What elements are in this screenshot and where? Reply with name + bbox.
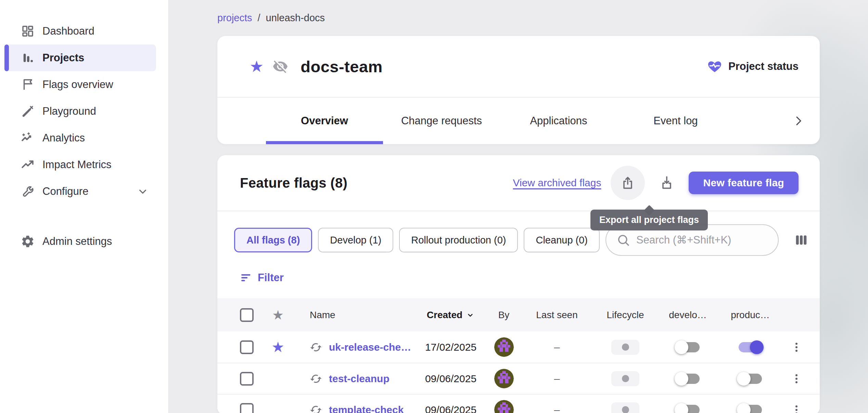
develop-toggle[interactable] <box>675 340 701 355</box>
column-header-created[interactable]: Created <box>427 310 475 321</box>
wrench-icon <box>21 184 35 199</box>
flag-name-link[interactable]: test-cleanup <box>329 373 390 385</box>
tabs-scroll-right-icon[interactable] <box>792 114 805 127</box>
sidebar-item-projects[interactable]: Projects <box>4 45 156 71</box>
chip-all-flags[interactable]: All flags (8) <box>234 228 312 252</box>
column-header-develop[interactable]: develo… <box>669 310 707 321</box>
sidebar-item-analytics[interactable]: Analytics <box>0 125 168 151</box>
tab-change-requests[interactable]: Change requests <box>383 115 500 127</box>
import-icon <box>659 175 674 190</box>
lifecycle-sync-icon <box>310 341 322 353</box>
row-menu-kebab-icon[interactable] <box>790 404 814 413</box>
column-header-lifecycle[interactable]: Lifecycle <box>607 310 644 321</box>
production-toggle[interactable] <box>737 402 764 413</box>
sort-by-favorite-icon[interactable]: ★ <box>272 309 284 322</box>
column-header-last-seen[interactable]: Last seen <box>536 310 577 321</box>
visibility-off-icon[interactable] <box>272 59 288 74</box>
lifecycle-sync-icon <box>310 373 322 385</box>
sidebar-item-label: Configure <box>42 185 88 198</box>
project-status-label: Project status <box>728 60 799 73</box>
pixel-robot-avatar <box>494 337 514 357</box>
sidebar-nav: Dashboard Projects Flags overview <box>0 18 168 255</box>
chip-develop[interactable]: Develop (1) <box>318 228 393 252</box>
created-date: 17/02/2025 <box>425 341 476 353</box>
search-input[interactable] <box>636 234 768 246</box>
row-checkbox[interactable] <box>240 403 254 413</box>
breadcrumb-current: unleash-docs <box>266 12 325 24</box>
gear-icon <box>21 234 35 249</box>
view-archived-flags-link[interactable]: View archived flags <box>513 177 601 189</box>
develop-toggle[interactable] <box>675 402 701 413</box>
sidebar-item-label: Impact Metrics <box>42 159 112 171</box>
flag-name-link[interactable]: uk-release-check… <box>329 341 417 353</box>
trending-up-icon <box>21 158 35 172</box>
import-flags-button[interactable] <box>654 171 679 195</box>
main-content: projects / unleash-docs ★ docs-team <box>169 0 868 413</box>
export-tooltip: Export all project flags <box>590 210 708 230</box>
export-flags-button[interactable] <box>611 166 645 200</box>
sidebar-item-playground[interactable]: Playground <box>0 98 168 125</box>
sidebar-item-admin-settings[interactable]: Admin settings <box>0 228 168 255</box>
lifecycle-stage-badge[interactable] <box>611 402 639 413</box>
project-status-button[interactable]: Project status <box>707 59 799 74</box>
sidebar-item-label: Dashboard <box>42 25 94 37</box>
last-seen-value: – <box>554 341 560 353</box>
lifecycle-stage-badge[interactable] <box>611 371 639 386</box>
sidebar-item-label: Flags overview <box>42 78 113 91</box>
lifecycle-dot-icon <box>622 406 629 413</box>
sidebar-item-label: Admin settings <box>42 235 112 248</box>
tab-event-log[interactable]: Event log <box>617 115 734 127</box>
column-header-production[interactable]: produc… <box>731 310 770 321</box>
sidebar-item-flags-overview[interactable]: Flags overview <box>0 71 168 98</box>
new-feature-flag-button[interactable]: New feature flag <box>689 172 799 194</box>
project-title: docs-team <box>301 57 383 76</box>
column-header-by[interactable]: By <box>498 310 510 321</box>
dashboard-icon <box>21 24 35 38</box>
row-favorite-star-icon[interactable]: ★ <box>271 340 284 354</box>
chip-rollout-production[interactable]: Rollout production (0) <box>399 228 518 252</box>
breadcrumb: projects / unleash-docs <box>217 12 820 24</box>
chevron-down-icon <box>137 186 149 197</box>
last-seen-value: – <box>554 373 560 385</box>
favorite-star-icon[interactable]: ★ <box>250 59 264 74</box>
active-tab-indicator <box>266 141 383 144</box>
filter-button[interactable]: Filter <box>240 272 284 284</box>
filter-icon <box>240 272 252 284</box>
lifecycle-dot-icon <box>622 343 629 351</box>
feature-flags-table: ★ Name Created By Last seen Lifecycle de… <box>217 298 820 413</box>
sidebar-item-configure[interactable]: Configure <box>0 178 168 205</box>
develop-toggle[interactable] <box>675 371 701 386</box>
lifecycle-stage-badge[interactable] <box>611 340 639 355</box>
lifecycle-sync-icon <box>310 404 322 413</box>
pixel-robot-avatar <box>494 400 514 413</box>
sidebar-item-impact-metrics[interactable]: Impact Metrics <box>0 151 168 178</box>
row-checkbox[interactable] <box>240 372 254 386</box>
analytics-icon <box>21 131 35 145</box>
flag-icon <box>21 77 35 92</box>
filter-label: Filter <box>258 272 284 284</box>
export-icon <box>620 175 635 190</box>
production-toggle[interactable] <box>737 340 764 355</box>
chip-cleanup[interactable]: Cleanup (0) <box>524 228 600 252</box>
created-by-avatar <box>494 337 514 357</box>
sidebar-item-label: Analytics <box>42 132 85 144</box>
table-row: test-cleanup 09/06/2025 <box>217 363 820 394</box>
sidebar-item-dashboard[interactable]: Dashboard <box>0 18 168 45</box>
last-seen-value: – <box>554 404 560 413</box>
project-header-card: ★ docs-team Project status <box>217 36 820 144</box>
search-icon <box>616 233 630 247</box>
created-date: 09/06/2025 <box>425 373 476 385</box>
production-toggle[interactable] <box>737 371 764 386</box>
columns-icon[interactable] <box>793 232 809 248</box>
breadcrumb-projects-link[interactable]: projects <box>217 12 252 24</box>
column-header-name[interactable]: Name <box>293 310 335 321</box>
table-row: template-check 09/06/2025 <box>217 394 820 413</box>
tab-overview[interactable]: Overview <box>266 115 383 127</box>
select-all-checkbox[interactable] <box>240 308 254 322</box>
row-menu-kebab-icon[interactable] <box>790 373 814 385</box>
lifecycle-dot-icon <box>622 375 629 382</box>
tab-applications[interactable]: Applications <box>500 115 617 127</box>
row-checkbox[interactable] <box>240 340 254 354</box>
row-menu-kebab-icon[interactable] <box>790 341 814 353</box>
flag-name-link[interactable]: template-check <box>329 404 404 413</box>
